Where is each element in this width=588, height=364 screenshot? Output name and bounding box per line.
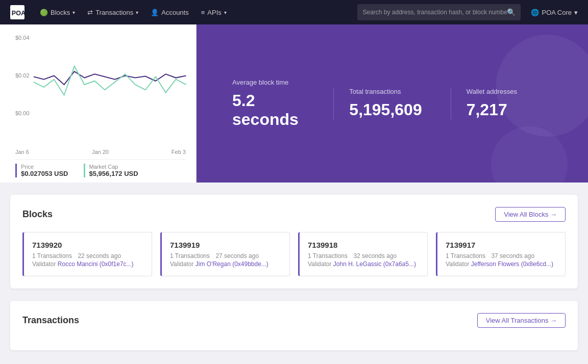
block-card-1: 7139919 1 Transactions 27 seconds ago Va… (160, 232, 290, 276)
blocks-section: Blocks View All Blocks → 7139920 1 Trans… (10, 195, 578, 289)
stat-block-time: Average block time 5.2 seconds (217, 79, 333, 129)
block-validator-link-0[interactable]: Rocco Mancini (0x0f1e7c...) (58, 261, 134, 268)
block-meta-2: 1 Transactions 32 seconds ago (308, 252, 419, 259)
block-meta-3: 1 Transactions 37 seconds ago (446, 252, 557, 259)
chart-x-axis: Jan 6 Jan 20 Feb 3 (15, 149, 186, 155)
network-selector[interactable]: 🌐 POA Core ▾ (531, 9, 578, 16)
block-validator-3: Validator Jefferson Flowers (0x8e6cd...) (446, 261, 557, 268)
block-card-2: 7139918 1 Transactions 32 seconds ago Va… (298, 232, 428, 276)
block-validator-2: Validator John H. LeGassic (0x7a6a5...) (308, 261, 419, 268)
network-chevron-icon: ▾ (574, 9, 578, 16)
price-chart-area: $0.04 $0.02 $0.00 Jan 6 Jan 20 Feb 3 Pri… (0, 24, 197, 183)
block-card-0: 7139920 1 Transactions 22 seconds ago Va… (22, 232, 152, 276)
stats-area: Average block time 5.2 seconds Total tra… (197, 24, 588, 183)
block-time-0: 22 seconds ago (78, 252, 121, 259)
nav-item-transactions[interactable]: ⇄ Transactions ▾ (82, 6, 143, 19)
nav-items: 🟢 Blocks ▾ ⇄ Transactions ▾ 👤 Accounts ≡… (35, 6, 353, 19)
apis-nav-icon: ≡ (201, 9, 205, 16)
block-time-2: 32 seconds ago (353, 252, 397, 259)
block-tx-count-1: 1 Transactions (170, 252, 210, 259)
blocks-header: Blocks View All Blocks → (22, 207, 566, 222)
transactions-nav-icon: ⇄ (87, 9, 93, 16)
chart-y-axis: $0.04 $0.02 $0.00 (15, 35, 30, 116)
block-time-3: 37 seconds ago (491, 252, 534, 259)
chart-svg (34, 35, 186, 119)
market-cap-block: Market Cap $5,956,172 USD (84, 164, 138, 177)
view-all-transactions-button[interactable]: View All Transactions → (477, 313, 566, 328)
block-tx-count-2: 1 Transactions (308, 252, 348, 259)
block-card-3: 7139917 1 Transactions 37 seconds ago Va… (436, 232, 566, 276)
block-time-1: 27 seconds ago (215, 252, 259, 259)
poa-logo-icon: POA (10, 5, 24, 19)
search-bar[interactable]: 🔍 (357, 4, 521, 20)
search-input[interactable] (362, 9, 507, 16)
block-number-2[interactable]: 7139918 (308, 241, 419, 249)
block-tx-count-0: 1 Transactions (32, 252, 72, 259)
chart-canvas (34, 35, 186, 119)
block-validator-0: Validator Rocco Mancini (0x0f1e7c...) (32, 261, 143, 268)
stat-wallet-addresses: Wallet addresses 7,217 (451, 88, 568, 119)
transactions-title: Transactions (22, 315, 79, 326)
block-meta-0: 1 Transactions 22 seconds ago (32, 252, 143, 259)
blocks-chevron-icon: ▾ (72, 10, 75, 15)
block-validator-1: Validator Jim O'Regan (0x49bbde...) (170, 261, 281, 268)
hero-section: $0.04 $0.02 $0.00 Jan 6 Jan 20 Feb 3 Pri… (0, 24, 588, 183)
main-content: Blocks View All Blocks → 7139920 1 Trans… (0, 183, 588, 364)
block-number-1[interactable]: 7139919 (170, 241, 281, 249)
blocks-grid: 7139920 1 Transactions 22 seconds ago Va… (22, 232, 566, 276)
nav-item-accounts[interactable]: 👤 Accounts (145, 6, 193, 19)
transactions-section: Transactions View All Transactions → (10, 301, 578, 350)
stat-total-transactions: Total transactions 5,195,609 (333, 88, 450, 119)
block-validator-link-2[interactable]: John H. LeGassic (0x7a6a5...) (333, 261, 416, 268)
block-tx-count-3: 1 Transactions (446, 252, 485, 259)
view-all-blocks-button[interactable]: View All Blocks → (495, 207, 566, 222)
globe-icon: 🌐 (531, 9, 539, 16)
price-block: Price $0.027053 USD (15, 164, 68, 177)
accounts-nav-icon: 👤 (151, 9, 159, 16)
block-number-3[interactable]: 7139917 (446, 241, 557, 249)
nav-item-blocks[interactable]: 🟢 Blocks ▾ (35, 6, 80, 19)
block-validator-link-1[interactable]: Jim O'Regan (0x49bbde...) (195, 261, 268, 268)
transactions-header: Transactions View All Transactions → (22, 313, 566, 328)
logo[interactable]: POA (10, 5, 24, 19)
nav-item-apis[interactable]: ≡ APIs ▾ (196, 6, 232, 19)
block-meta-1: 1 Transactions 27 seconds ago (170, 252, 281, 259)
blocks-title: Blocks (22, 209, 53, 220)
navbar: POA 🟢 Blocks ▾ ⇄ Transactions ▾ 👤 Accoun… (0, 0, 588, 24)
search-icon[interactable]: 🔍 (507, 8, 516, 16)
svg-text:POA: POA (12, 10, 24, 17)
blocks-nav-icon: 🟢 (40, 9, 48, 16)
block-number-0[interactable]: 7139920 (32, 241, 143, 249)
apis-chevron-icon: ▾ (224, 10, 227, 15)
transactions-chevron-icon: ▾ (136, 10, 138, 15)
block-validator-link-3[interactable]: Jefferson Flowers (0x8e6cd...) (471, 261, 553, 268)
price-info: Price $0.027053 USD Market Cap $5,956,17… (15, 159, 186, 177)
